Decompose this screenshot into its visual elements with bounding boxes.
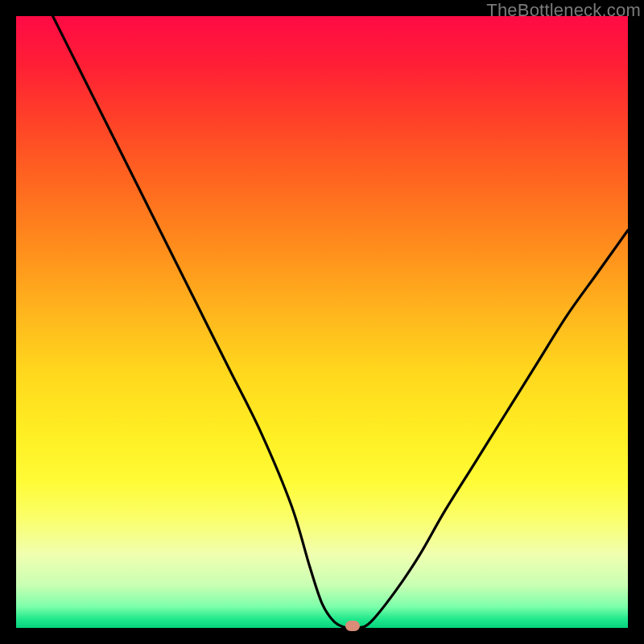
plot-area [16, 16, 628, 628]
chart-frame: TheBottleneck.com [0, 0, 644, 644]
bottleneck-curve [53, 16, 628, 628]
optimal-point-marker [345, 621, 360, 631]
curve-svg [16, 16, 628, 628]
